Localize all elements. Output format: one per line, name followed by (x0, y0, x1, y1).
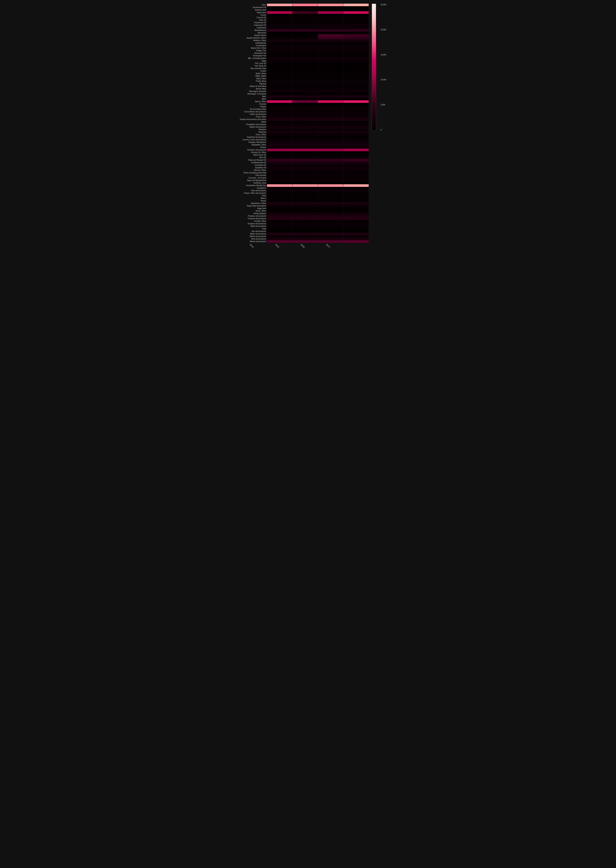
heatmap-cell (318, 19, 343, 22)
heatmap-cell (292, 192, 318, 194)
heatmap-cell (292, 230, 318, 233)
heatmap-cell (318, 182, 343, 184)
heatmap-cell (318, 141, 343, 144)
heatmap-cell (318, 116, 343, 118)
heatmap-cell (318, 100, 343, 103)
heatmap-cell (318, 131, 343, 133)
heatmap-cell (267, 44, 292, 47)
heatmap-cell (267, 77, 292, 80)
heatmap-row (267, 22, 369, 24)
heatmap-cell (267, 133, 292, 136)
heatmap-cell (343, 172, 369, 174)
heatmap-row (267, 126, 369, 128)
heatmap-cell (292, 75, 318, 77)
heatmap-cell (292, 34, 318, 37)
y-label: Pepper (260, 105, 266, 108)
heatmap-row (267, 29, 369, 31)
heatmap-cell (318, 190, 343, 192)
heatmap-cell (267, 103, 292, 105)
heatmap-cell (267, 225, 292, 227)
heatmap-cell (343, 220, 369, 222)
heatmap-cell (292, 184, 318, 187)
heatmap-cell (267, 60, 292, 62)
heatmap-cell (343, 4, 369, 6)
heatmap-cell (292, 24, 318, 27)
heatmap-cell (318, 207, 343, 210)
heatmap-cell (267, 34, 292, 37)
heatmap-cell (292, 202, 318, 205)
heatmap-cell (292, 205, 318, 207)
y-label: Beverages, Alcoholic (249, 90, 266, 93)
heatmap-cell (318, 123, 343, 126)
heatmap-cell (318, 230, 343, 233)
heatmap-cell (267, 126, 292, 128)
heatmap-cell (267, 47, 292, 49)
heatmap-row (267, 57, 369, 60)
heatmap-cell (318, 80, 343, 83)
heatmap-cell (318, 108, 343, 111)
heatmap-cell (267, 67, 292, 70)
heatmap-cell (267, 85, 292, 88)
heatmap-row (267, 136, 369, 138)
y-label: Cottonseed (257, 27, 266, 29)
heatmap-cell (267, 113, 292, 116)
y-label: Infant food (257, 31, 266, 34)
heatmap-cell (343, 199, 369, 202)
heatmap-row (267, 116, 369, 118)
heatmap-cell (343, 123, 369, 126)
heatmap-cell (267, 22, 292, 24)
y-label: Potatoes and products (248, 215, 266, 217)
heatmap-cell (318, 60, 343, 62)
heatmap-cell (343, 197, 369, 199)
heatmap-cell (292, 177, 318, 179)
y-label: Palm Oil (259, 19, 266, 22)
heatmap-cell (318, 42, 343, 44)
heatmap-cell (318, 47, 343, 49)
heatmap-cell (267, 227, 292, 230)
heatmap-cell (318, 57, 343, 60)
y-label: Groundnut Oil (255, 164, 266, 166)
heatmap-cell (292, 95, 318, 98)
heatmap-cell (343, 27, 369, 29)
heatmap-cell (292, 227, 318, 230)
heatmap-cell (318, 67, 343, 70)
heatmap-cell (267, 90, 292, 93)
heatmap-row (267, 83, 369, 85)
heatmap-row (267, 164, 369, 166)
heatmap-row (267, 85, 369, 88)
heatmap-cell (343, 70, 369, 72)
heatmap-cell (267, 4, 292, 6)
heatmap-cell (292, 222, 318, 225)
heatmap-cell (267, 184, 292, 187)
heatmap-cell (343, 6, 369, 9)
heatmap-cell (318, 220, 343, 222)
heatmap-cell (318, 199, 343, 202)
y-label: Oilcrops Oil, Other (251, 151, 266, 154)
heatmap-row (267, 159, 369, 161)
y-label: Marine Fish, Other (251, 47, 266, 49)
y-label: Offals, Edible (255, 75, 266, 77)
y-label: Bovine Meat (256, 88, 266, 90)
colorbar-label: 10,000 (381, 79, 386, 81)
heatmap-cell (292, 60, 318, 62)
heatmap-cell (292, 44, 318, 47)
y-label: Rape and Mustard Oil (248, 159, 266, 161)
heatmap-row (267, 80, 369, 83)
heatmap-row (267, 184, 369, 187)
heatmap-cell (267, 202, 292, 205)
y-label: Rye and products (252, 230, 266, 233)
heatmap-cell (267, 128, 292, 131)
y-label: Soyabean Oil (255, 166, 266, 169)
heatmap-cell (267, 169, 292, 172)
y-label: Barley and products (250, 235, 266, 238)
heatmap-cell (343, 227, 369, 230)
heatmap-cell (318, 85, 343, 88)
heatmap-cell (343, 67, 369, 70)
heatmap-cell (292, 131, 318, 133)
heatmap-cell (292, 149, 318, 151)
heatmap-cell (343, 29, 369, 31)
heatmap-row (267, 227, 369, 230)
heatmap-cell (292, 108, 318, 111)
heatmap-cell (267, 98, 292, 100)
heatmap-cell (267, 138, 292, 141)
